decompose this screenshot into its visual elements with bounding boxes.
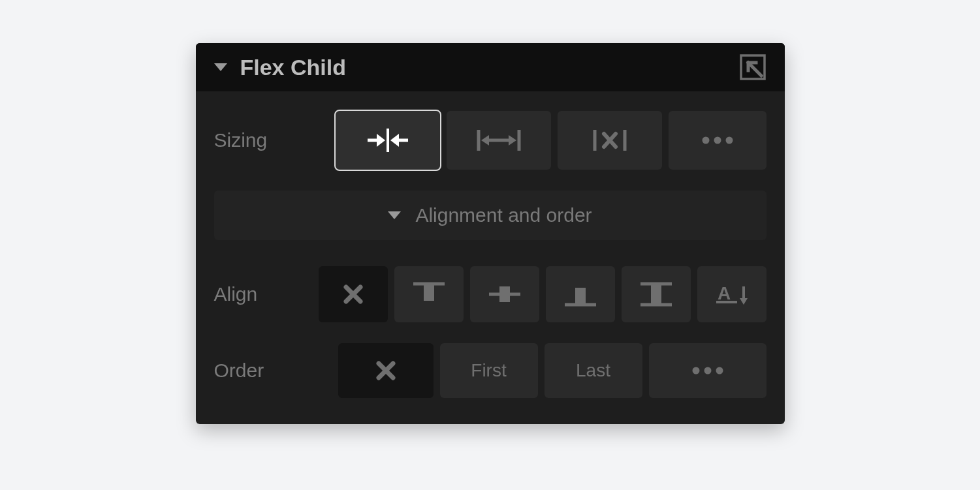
order-button-group: First Last [338,343,767,398]
close-x-icon [342,283,364,305]
order-more-button[interactable] [649,343,767,398]
collapse-caret-icon[interactable] [214,63,227,71]
no-flex-icon [584,125,635,156]
svg-point-16 [714,137,721,144]
align-auto-button[interactable] [319,266,388,322]
svg-marker-3 [377,134,385,147]
alignment-order-label: Alignment and order [415,204,592,226]
svg-rect-21 [424,284,434,301]
alignment-order-toggle[interactable]: Alignment and order [214,191,767,240]
svg-text:A: A [718,283,731,303]
sizing-row: Sizing [214,111,767,170]
order-label: Order [214,360,338,382]
panel-header: Flex Child [196,43,785,91]
flex-child-panel: Flex Child Sizing [196,43,785,424]
align-top-icon [411,279,447,310]
svg-point-37 [716,367,723,375]
svg-rect-25 [575,288,586,305]
align-baseline-button[interactable]: A [697,266,767,322]
close-x-icon [375,360,397,382]
arrows-in-icon [362,125,413,156]
sizing-grow-button[interactable] [447,111,551,170]
svg-marker-32 [740,298,748,305]
panel-body: Sizing [196,91,785,424]
sizing-button-group [336,111,767,170]
sizing-shrink-button[interactable] [336,111,440,170]
svg-point-35 [692,367,699,375]
svg-rect-28 [651,284,661,305]
align-start-button[interactable] [394,266,464,322]
arrows-out-icon [473,125,524,156]
order-last-button[interactable]: Last [545,343,642,398]
order-row: Order First Last [214,343,767,398]
align-label: Align [214,283,319,305]
svg-marker-9 [481,135,489,145]
align-end-button[interactable] [546,266,615,322]
select-parent-button[interactable] [739,54,767,81]
svg-marker-10 [509,135,516,145]
align-bottom-icon [562,279,599,310]
panel-title: Flex Child [240,55,346,80]
svg-point-17 [725,137,733,144]
sizing-none-button[interactable] [558,111,662,170]
align-stretch-icon [638,279,674,310]
sizing-label: Sizing [214,129,336,151]
svg-rect-23 [499,286,510,302]
svg-point-36 [704,367,711,375]
order-auto-button[interactable] [338,343,434,398]
more-icon [688,364,727,377]
svg-point-15 [702,137,709,144]
align-center-icon [486,279,523,310]
align-button-group: A [319,266,767,322]
align-center-button[interactable] [470,266,539,322]
order-first-button[interactable]: First [440,343,538,398]
select-parent-icon [739,54,767,81]
panel-header-left: Flex Child [214,55,346,80]
svg-marker-5 [390,134,399,147]
sizing-more-button[interactable] [669,111,767,170]
more-icon [698,134,737,147]
chevron-down-icon [388,211,401,219]
align-stretch-button[interactable] [622,266,691,322]
align-row: Align [214,266,767,322]
align-baseline-icon: A [712,279,751,310]
